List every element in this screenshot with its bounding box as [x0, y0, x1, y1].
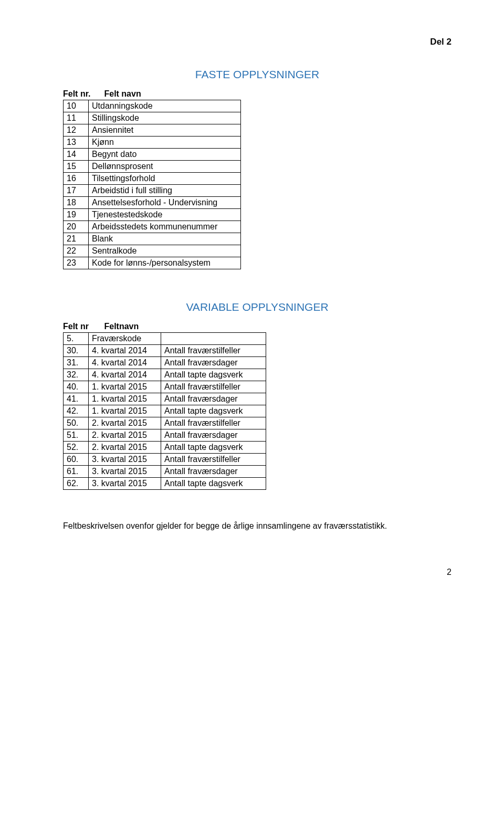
felt-navn-cell: Dellønnsprosent [89, 161, 241, 173]
table-row: 51.2. kvartal 2015Antall fraværsdager [64, 429, 266, 442]
kvartal-cell: 4. kvartal 2014 [89, 369, 161, 381]
kvartal-cell: Fraværskode [89, 333, 161, 345]
felt-nr-cell: 14 [64, 149, 89, 161]
table-row: 19Tjenestestedskode [64, 209, 241, 221]
beskrivelse-cell: Antall fraværsdager [161, 393, 266, 405]
kvartal-cell: 3. kvartal 2015 [89, 466, 161, 478]
felt-navn-cell: Ansiennitet [89, 124, 241, 137]
beskrivelse-cell: Antall tapte dagsverk [161, 369, 266, 381]
table-row: 52.2. kvartal 2015Antall tapte dagsverk [64, 442, 266, 454]
felt-nr-cell: 13 [64, 137, 89, 149]
footer-description: Feltbeskrivelsen ovenfor gjelder for beg… [63, 521, 452, 531]
kvartal-cell: 3. kvartal 2015 [89, 478, 161, 490]
beskrivelse-cell: Antall fraværstilfeller [161, 454, 266, 466]
felt-nr-cell: 17 [64, 185, 89, 197]
felt-nr-cell: 31. [64, 357, 89, 369]
table1-header-line: Felt nr. Felt navn [63, 89, 452, 99]
felt-nr-cell: 30. [64, 345, 89, 357]
felt-nr-cell: 20 [64, 221, 89, 233]
beskrivelse-cell: Antall fraværsdager [161, 466, 266, 478]
table-row: 12Ansiennitet [64, 124, 241, 137]
beskrivelse-cell: Antall fraværstilfeller [161, 417, 266, 429]
felt-nr-cell: 19 [64, 209, 89, 221]
felt-nr-cell: 23 [64, 257, 89, 269]
felt-nr-cell: 51. [64, 429, 89, 442]
table-row: 31.4. kvartal 2014Antall fraværsdager [64, 357, 266, 369]
felt-nr-cell: 5. [64, 333, 89, 345]
table-row: 10Utdanningskode [64, 100, 241, 112]
beskrivelse-cell: Antall fraværstilfeller [161, 381, 266, 393]
felt-nr-cell: 41. [64, 393, 89, 405]
table-row: 30.4. kvartal 2014Antall fraværstilfelle… [64, 345, 266, 357]
felt-navn-cell: Stillingskode [89, 112, 241, 124]
table-row: 20Arbeidsstedets kommunenummer [64, 221, 241, 233]
felt-navn-cell: Tjenestestedskode [89, 209, 241, 221]
faste-opplysninger-table: 10Utdanningskode11Stillingskode12Ansienn… [63, 100, 241, 269]
kvartal-cell: 1. kvartal 2015 [89, 381, 161, 393]
table-row: 11Stillingskode [64, 112, 241, 124]
felt-navn-cell: Arbeidstid i full stilling [89, 185, 241, 197]
table-row: 5.Fraværskode [64, 333, 266, 345]
page-number: 2 [63, 568, 452, 577]
felt-navn-cell: Arbeidsstedets kommunenummer [89, 221, 241, 233]
table2-col2-header: Feltnavn [104, 322, 139, 331]
kvartal-cell: 2. kvartal 2015 [89, 417, 161, 429]
kvartal-cell: 2. kvartal 2015 [89, 429, 161, 442]
felt-nr-cell: 16 [64, 173, 89, 185]
beskrivelse-cell: Antall fraværsdager [161, 357, 266, 369]
table-row: 32.4. kvartal 2014Antall tapte dagsverk [64, 369, 266, 381]
table-row: 23Kode for lønns-/personalsystem [64, 257, 241, 269]
variable-opplysninger-table: 5.Fraværskode30.4. kvartal 2014Antall fr… [63, 332, 266, 490]
beskrivelse-cell: Antall fraværsdager [161, 429, 266, 442]
table-row: 42.1. kvartal 2015Antall tapte dagsverk [64, 405, 266, 417]
felt-nr-cell: 12 [64, 124, 89, 137]
beskrivelse-cell: Antall fraværstilfeller [161, 345, 266, 357]
table-row: 21Blank [64, 233, 241, 245]
felt-nr-cell: 61. [64, 466, 89, 478]
felt-nr-cell: 10 [64, 100, 89, 112]
table2-col1-header: Felt nr [63, 322, 102, 331]
section1-title: FASTE OPPLYSNINGER [63, 68, 452, 81]
beskrivelse-cell [161, 333, 266, 345]
felt-nr-cell: 11 [64, 112, 89, 124]
table-row: 22Sentralkode [64, 245, 241, 257]
felt-navn-cell: Begynt dato [89, 149, 241, 161]
felt-navn-cell: Utdanningskode [89, 100, 241, 112]
beskrivelse-cell: Antall tapte dagsverk [161, 442, 266, 454]
felt-navn-cell: Sentralkode [89, 245, 241, 257]
kvartal-cell: 1. kvartal 2015 [89, 405, 161, 417]
felt-nr-cell: 50. [64, 417, 89, 429]
felt-nr-cell: 32. [64, 369, 89, 381]
felt-nr-cell: 22 [64, 245, 89, 257]
felt-navn-cell: Ansettelsesforhold - Undervisning [89, 197, 241, 209]
felt-nr-cell: 62. [64, 478, 89, 490]
felt-nr-cell: 40. [64, 381, 89, 393]
part-label: Del 2 [63, 37, 452, 47]
table-row: 15Dellønnsprosent [64, 161, 241, 173]
felt-nr-cell: 21 [64, 233, 89, 245]
kvartal-cell: 2. kvartal 2015 [89, 442, 161, 454]
felt-nr-cell: 60. [64, 454, 89, 466]
kvartal-cell: 3. kvartal 2015 [89, 454, 161, 466]
table-row: 62.3. kvartal 2015Antall tapte dagsverk [64, 478, 266, 490]
table-row: 14Begynt dato [64, 149, 241, 161]
felt-nr-cell: 52. [64, 442, 89, 454]
section2-title: VARIABLE OPPLYSNINGER [63, 301, 452, 313]
table-row: 60.3. kvartal 2015Antall fraværstilfelle… [64, 454, 266, 466]
felt-nr-cell: 15 [64, 161, 89, 173]
table-row: 16Tilsettingsforhold [64, 173, 241, 185]
table-row: 41.1. kvartal 2015Antall fraværsdager [64, 393, 266, 405]
table-row: 13Kjønn [64, 137, 241, 149]
kvartal-cell: 1. kvartal 2015 [89, 393, 161, 405]
table2-header-line: Felt nr Feltnavn [63, 322, 452, 331]
felt-navn-cell: Tilsettingsforhold [89, 173, 241, 185]
beskrivelse-cell: Antall tapte dagsverk [161, 405, 266, 417]
table-row: 50.2. kvartal 2015Antall fraværstilfelle… [64, 417, 266, 429]
felt-navn-cell: Blank [89, 233, 241, 245]
table-row: 17Arbeidstid i full stilling [64, 185, 241, 197]
kvartal-cell: 4. kvartal 2014 [89, 345, 161, 357]
table-row: 40.1. kvartal 2015Antall fraværstilfelle… [64, 381, 266, 393]
table-row: 61.3. kvartal 2015Antall fraværsdager [64, 466, 266, 478]
table1-col1-header: Felt nr. [63, 89, 102, 99]
felt-navn-cell: Kjønn [89, 137, 241, 149]
